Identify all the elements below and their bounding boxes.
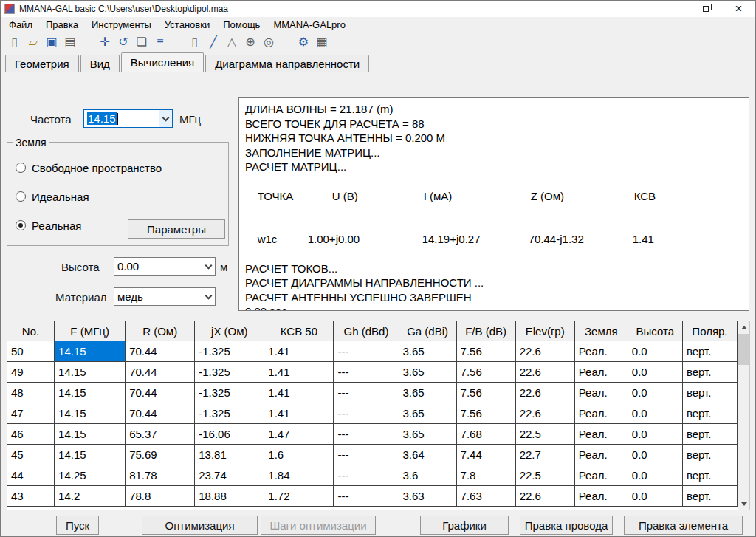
height-combo[interactable]: 0.00 [114, 257, 216, 276]
table-cell[interactable]: 0.0 [628, 486, 682, 507]
run-button[interactable]: Пуск [56, 516, 99, 535]
menu-file[interactable]: Файл [2, 17, 39, 32]
table-cell[interactable]: 44 [7, 465, 55, 486]
triangle-icon[interactable]: △ [225, 35, 238, 49]
tab-view[interactable]: Вид [80, 55, 120, 72]
table-cell[interactable]: 7.63 [456, 486, 515, 507]
scroll-thumb[interactable] [738, 334, 749, 365]
target-icon[interactable]: ◎ [262, 35, 275, 49]
table-cell[interactable]: Реал. [574, 424, 628, 445]
table-cell[interactable]: 3.65 [399, 424, 456, 445]
table-cell[interactable]: --- [334, 383, 399, 403]
blank-page-icon[interactable]: ▯ [188, 35, 202, 49]
table-cell[interactable]: 7.44 [456, 445, 515, 465]
table-cell[interactable]: 1.41 [264, 383, 334, 403]
table-cell[interactable]: верт. [682, 362, 737, 383]
edit-element-button[interactable]: Правка элемента [624, 516, 743, 535]
table-cell[interactable]: Реал. [574, 403, 628, 424]
table-cell[interactable]: 3.65 [399, 383, 456, 403]
edit-wire-button[interactable]: Правка провода [520, 516, 613, 535]
page-preview-icon[interactable]: ▤ [63, 35, 77, 49]
menu-setup[interactable]: Установки [158, 17, 216, 32]
table-cell[interactable]: 1.47 [264, 424, 334, 445]
table-cell[interactable]: верт. [682, 341, 737, 362]
table-cell[interactable]: 0.0 [628, 341, 682, 362]
table-cell[interactable]: 7.56 [456, 383, 515, 403]
table-scrollbar[interactable] [738, 321, 750, 510]
table-cell[interactable]: 43 [7, 486, 55, 507]
optimization-button[interactable]: Оптимизация [142, 516, 258, 535]
table-cell[interactable]: 7.56 [456, 341, 515, 362]
table-cell[interactable]: 45 [7, 445, 55, 465]
table-cell[interactable]: Реал. [574, 383, 628, 403]
table-cell[interactable]: верт. [682, 383, 737, 403]
table-cell[interactable]: верт. [682, 465, 737, 486]
table-cell[interactable]: -1.325 [195, 403, 264, 424]
frequency-combo[interactable]: 14.15 [83, 109, 173, 128]
table-cell[interactable]: 47 [7, 403, 55, 424]
rotate-icon[interactable]: ↺ [117, 35, 130, 49]
menu-tools[interactable]: Инструменты [85, 17, 158, 32]
table-cell[interactable]: 65.37 [126, 424, 195, 445]
table-cell[interactable]: --- [334, 465, 399, 486]
table-cell[interactable]: -1.325 [195, 383, 264, 403]
open-folder-icon[interactable]: ▱ [27, 35, 40, 49]
table-cell[interactable]: 70.44 [126, 383, 195, 403]
chevron-down-icon[interactable] [202, 288, 215, 305]
table-cell[interactable]: 1.6 [264, 445, 334, 465]
table-cell[interactable]: 3.65 [399, 341, 456, 362]
table-cell[interactable]: верт. [682, 445, 737, 465]
table-cell[interactable]: 3.64 [399, 445, 456, 465]
table-cell[interactable]: --- [334, 362, 399, 383]
table-cell[interactable]: 70.44 [126, 403, 195, 424]
table-cell[interactable]: 22.5 [515, 465, 574, 486]
table-cell[interactable]: 75.69 [126, 445, 195, 465]
scroll-down-icon[interactable] [738, 498, 749, 510]
table-cell[interactable]: 23.74 [195, 465, 264, 486]
table-cell[interactable]: --- [334, 403, 399, 424]
wire-edit-icon[interactable]: ╱ [207, 35, 220, 49]
table-cell[interactable]: -1.325 [195, 341, 264, 362]
table-cell[interactable]: 1.41 [264, 362, 334, 383]
table-cell[interactable]: --- [334, 445, 399, 465]
menu-help[interactable]: Помощь [216, 17, 267, 32]
table-cell[interactable]: 0.0 [628, 362, 682, 383]
table-cell[interactable]: 0.0 [628, 403, 682, 424]
tab-far-field-plots[interactable]: Диаграмма направленности [205, 55, 369, 72]
table-cell[interactable]: 7.56 [456, 362, 515, 383]
table-cell[interactable]: верт. [682, 486, 737, 507]
close-button[interactable]: × [722, 1, 755, 17]
table-cell[interactable]: 3.65 [399, 403, 456, 424]
table-cell[interactable]: 0.0 [628, 383, 682, 403]
table-cell[interactable]: 7.68 [456, 424, 515, 445]
table-cell[interactable]: Реал. [574, 341, 628, 362]
table-cell[interactable]: 14.15 [55, 403, 126, 424]
table-cell[interactable]: 0.0 [628, 445, 682, 465]
table-cell[interactable]: 18.88 [195, 486, 264, 507]
table-cell[interactable]: 1.84 [264, 465, 334, 486]
table-cell[interactable]: 81.78 [126, 465, 195, 486]
chevron-down-icon[interactable] [202, 258, 215, 275]
copy-window-icon[interactable]: ❏ [135, 35, 148, 49]
table-cell[interactable]: 1.41 [264, 403, 334, 424]
table-cell[interactable]: 13.81 [195, 445, 264, 465]
table-cell[interactable]: 46 [7, 424, 55, 445]
table-cell[interactable]: 7.8 [456, 465, 515, 486]
table-cell[interactable]: 70.44 [126, 341, 195, 362]
move-icon[interactable]: ✛ [98, 35, 111, 49]
chevron-down-icon[interactable] [159, 110, 172, 127]
plots-button[interactable]: Графики [420, 516, 509, 535]
table-cell[interactable]: Реал. [574, 362, 628, 383]
minimize-button[interactable]: — [656, 1, 689, 17]
table-cell[interactable]: 78.8 [126, 486, 195, 507]
table-cell[interactable]: -1.325 [195, 362, 264, 383]
table-cell[interactable]: 0.0 [628, 424, 682, 445]
table-cell[interactable]: 1.41 [264, 341, 334, 362]
table-cell[interactable]: Реал. [574, 486, 628, 507]
new-file-icon[interactable]: ▯ [8, 35, 21, 49]
add-point-icon[interactable]: ⊕ [244, 35, 257, 49]
table-cell[interactable]: 48 [7, 383, 55, 403]
table-cell[interactable]: 22.6 [515, 403, 574, 424]
table-cell[interactable]: 22.6 [515, 486, 574, 507]
optimization-steps-button[interactable]: Шаги оптимизации [261, 516, 376, 535]
